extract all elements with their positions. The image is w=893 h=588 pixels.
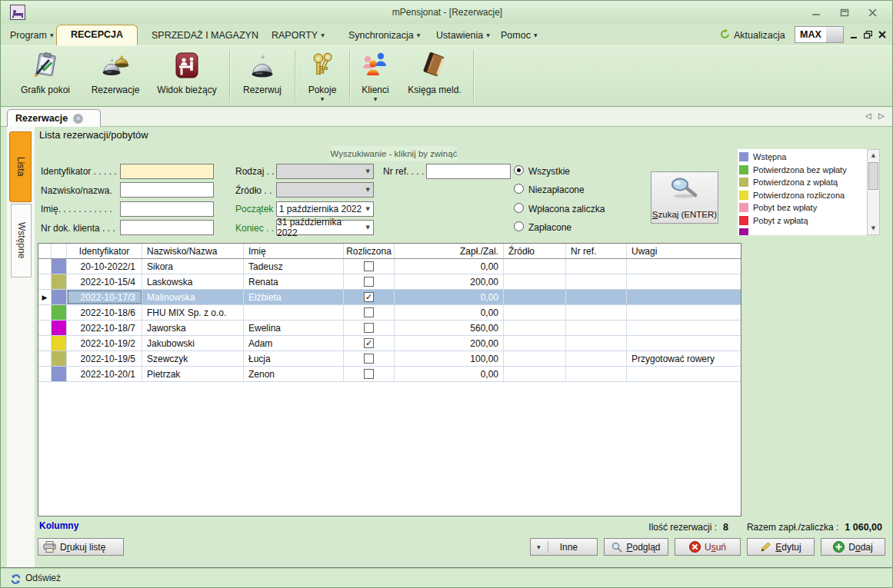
- table-row[interactable]: 20-10-2022/1 Sikora Tadeusz 0,00: [38, 259, 741, 274]
- nr-ref-input[interactable]: [426, 164, 511, 179]
- menu-ustawienia[interactable]: Ustawienia▼: [436, 30, 490, 41]
- table-row[interactable]: 2022-10-19/2 Jakubowski Adam 200,00: [38, 336, 741, 351]
- title-bar: mPensjonat - [Rezerwacje]: [1, 1, 893, 24]
- mdi-restore-button[interactable]: [861, 29, 874, 40]
- table-row[interactable]: 2022-10-18/7 Jaworska Ewelina 560,00: [38, 321, 741, 336]
- rozliczona-checkbox[interactable]: [364, 354, 374, 364]
- dodaj-button[interactable]: Dodaj: [821, 538, 885, 556]
- toolbar-ksiega-meld-button[interactable]: Księga meld.: [398, 46, 471, 106]
- rozliczona-checkbox[interactable]: [364, 277, 374, 287]
- header-zapl-zal[interactable]: Zapł./Zal.: [395, 244, 504, 258]
- toolbar-rezerwacje-button[interactable]: Rezerwacje: [84, 46, 147, 106]
- cell-imie: Elżbieta: [244, 290, 344, 304]
- toolbar-pokoje-button[interactable]: Pokoje ▼: [298, 46, 347, 106]
- menu-program[interactable]: Program▼: [10, 30, 54, 41]
- header-uwagi[interactable]: Uwagi: [627, 244, 741, 258]
- table-row[interactable]: 2022-10-15/4 Laskowska Renata 200,00: [38, 274, 741, 290]
- zrodlo-select[interactable]: ▼: [276, 182, 374, 198]
- rozliczona-checkbox[interactable]: [364, 261, 374, 271]
- legend-scrollbar[interactable]: ▲ ▼: [867, 149, 880, 235]
- radio-niezaplacone[interactable]: [514, 184, 524, 194]
- side-tab-lista[interactable]: Lista: [9, 131, 32, 202]
- podglad-button[interactable]: Podgląd: [604, 538, 668, 556]
- inne-button[interactable]: ▼ Inne: [530, 538, 598, 556]
- cell-uwagi: [627, 259, 741, 274]
- mdi-minimize-button[interactable]: [848, 29, 860, 40]
- table-row[interactable]: 2022-10-19/5 Szewczyk Łucja 100,00 Przyg…: [38, 351, 741, 367]
- header-zrodlo[interactable]: Źródło: [504, 244, 566, 258]
- poczatek-date-select[interactable]: 1 października 2022▼: [276, 201, 374, 217]
- scrollbar-thumb[interactable]: [868, 162, 878, 190]
- rozliczona-checkbox[interactable]: [364, 338, 374, 348]
- header-nr-ref[interactable]: Nr ref.: [566, 244, 627, 258]
- szukaj-button[interactable]: Szukaj (ENTER): [651, 171, 718, 224]
- table-row[interactable]: ▶ 2022-10-17/3 Malinowska Elżbieta 0,00: [38, 290, 741, 305]
- cell-uwagi: [627, 336, 741, 350]
- razem-value: 1 060,00: [845, 522, 882, 533]
- row-color-cell: [52, 321, 67, 335]
- table-row[interactable]: 2022-10-20/1 Pietrzak Zenon 0,00: [38, 367, 741, 382]
- header-imie[interactable]: Imię: [244, 244, 344, 258]
- rozliczona-checkbox[interactable]: [364, 292, 374, 302]
- legend-item-label: Potwierdzona z wpłatą: [753, 178, 838, 187]
- kolumny-link[interactable]: Kolumny: [39, 520, 78, 531]
- tab-rezerwacje[interactable]: Rezerwacje ×: [7, 109, 101, 127]
- update-label[interactable]: Aktualizacja: [734, 30, 785, 41]
- rozliczona-checkbox[interactable]: [364, 369, 374, 379]
- toolbar-grafik-pokoi-button[interactable]: Grafik pokoi: [7, 46, 84, 106]
- scroll-up-icon[interactable]: ▲: [868, 150, 879, 161]
- cell-identyfikator: 2022-10-17/3: [67, 290, 142, 304]
- rozliczona-checkbox[interactable]: [364, 307, 374, 317]
- radio-wszystkie[interactable]: [514, 165, 524, 175]
- toolbar-widok-biezacy-button[interactable]: Widok bieżący: [147, 46, 227, 106]
- side-tab-wstepne[interactable]: Wstępne: [11, 204, 32, 277]
- update-refresh-icon[interactable]: [719, 28, 731, 42]
- rozliczona-checkbox[interactable]: [364, 323, 374, 333]
- menu-synchronizacja[interactable]: Synchronizacja▼: [348, 30, 420, 41]
- restore-button[interactable]: [835, 5, 855, 19]
- close-button[interactable]: [862, 5, 882, 19]
- max-toggle[interactable]: MAX: [795, 26, 844, 43]
- cell-identyfikator: 2022-10-18/7: [67, 321, 142, 335]
- menu-raporty[interactable]: RAPORTY▼: [272, 30, 325, 41]
- identyfikator-input[interactable]: [120, 164, 214, 179]
- mdi-close-button[interactable]: [876, 29, 888, 40]
- koniec-date-select[interactable]: 31 października 2022▼: [276, 220, 374, 235]
- nr-dok-klienta-input[interactable]: [120, 220, 214, 235]
- search-collapse-header[interactable]: Wyszukiwanie - kliknij by zwinąć: [330, 146, 458, 161]
- row-color-cell: [52, 336, 67, 350]
- dodaj-label: Dodaj: [848, 542, 872, 553]
- usun-button[interactable]: Usuń: [675, 538, 741, 556]
- minimize-button[interactable]: [806, 5, 826, 19]
- menu-sprzedaz[interactable]: SPRZEDAŻ I MAGAZYN: [152, 30, 258, 41]
- imie-input[interactable]: [120, 201, 214, 217]
- table-row[interactable]: 2022-10-18/6 FHU MIX Sp. z o.o. 0,00: [38, 305, 741, 321]
- preview-magnifier-icon: [611, 542, 622, 553]
- header-identyfikator[interactable]: Identyfikator: [67, 244, 142, 258]
- menu-pomoc[interactable]: Pomoc▼: [501, 30, 538, 41]
- menu-bar: Program▼ RECEPCJA SPRZEDAŻ I MAGAZYN RAP…: [1, 24, 893, 45]
- radio-zaplacone[interactable]: [514, 221, 524, 231]
- rodzaj-label: Rodzaj . .: [235, 166, 275, 177]
- tab-close-icon[interactable]: ×: [73, 114, 83, 124]
- nazwisko-input[interactable]: [120, 182, 214, 198]
- scroll-down-icon[interactable]: ▼: [868, 223, 879, 234]
- cell-rozliczona: [344, 336, 395, 350]
- header-rozliczona[interactable]: Rozliczona: [344, 244, 395, 258]
- tab-scroll-left-icon[interactable]: ◁: [865, 111, 871, 120]
- toolbar-klienci-button[interactable]: Klienci ▼: [352, 46, 398, 106]
- legend-item-label: Potwierdzona rozliczona: [753, 191, 845, 200]
- tab-scroll-right-icon[interactable]: ▷: [878, 111, 885, 120]
- edytuj-button[interactable]: Edytuj: [747, 538, 815, 556]
- menu-tab-recepcja[interactable]: RECEPCJA: [56, 25, 138, 45]
- legend-item: Potwierdzona rozliczona: [738, 189, 867, 202]
- header-nazwisko[interactable]: Nazwisko/Nazwa: [142, 244, 244, 258]
- chevron-down-icon: ▼: [321, 32, 325, 38]
- toolbar-rezerwuj-button[interactable]: Rezerwuj: [232, 46, 292, 106]
- rodzaj-select[interactable]: ▼: [276, 164, 374, 179]
- refresh-icon[interactable]: [10, 573, 22, 587]
- radio-wplacona-zaliczka[interactable]: [514, 203, 524, 213]
- drukuj-liste-button[interactable]: Drukuj listę: [38, 538, 124, 556]
- toolbar-separator: [295, 50, 295, 102]
- odswiez-label[interactable]: Odśwież: [25, 573, 61, 583]
